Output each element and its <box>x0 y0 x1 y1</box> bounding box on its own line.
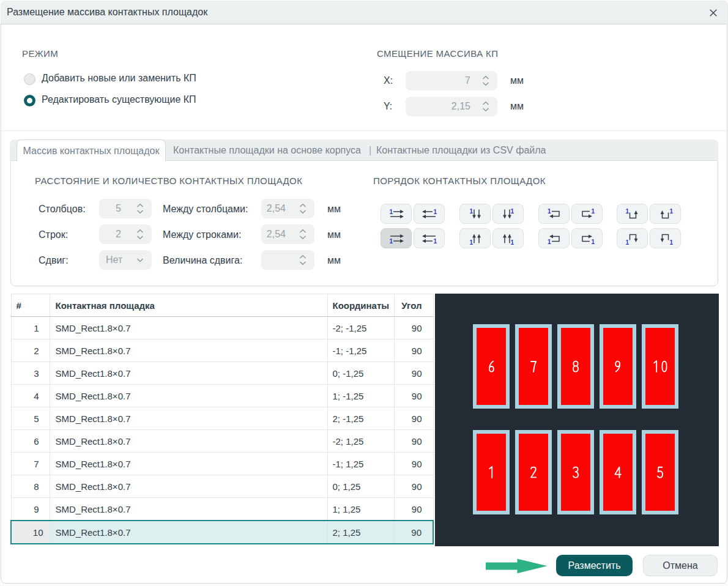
svg-text:1: 1 <box>389 208 393 215</box>
svg-text:1: 1 <box>469 239 473 245</box>
svg-text:1: 1 <box>469 208 473 215</box>
svg-text:1: 1 <box>591 208 595 215</box>
svg-text:1: 1 <box>510 239 514 245</box>
svg-text:1: 1 <box>548 238 551 245</box>
svg-text:1: 1 <box>669 239 673 245</box>
svg-text:1: 1 <box>389 237 393 244</box>
svg-text:1: 1 <box>510 208 514 215</box>
svg-text:1: 1 <box>433 237 437 244</box>
svg-text:1: 1 <box>625 239 629 245</box>
svg-text:1: 1 <box>548 208 551 215</box>
svg-text:1: 1 <box>433 208 437 215</box>
svg-text:1: 1 <box>591 238 595 245</box>
svg-text:1: 1 <box>669 208 673 215</box>
svg-text:1: 1 <box>625 208 629 215</box>
